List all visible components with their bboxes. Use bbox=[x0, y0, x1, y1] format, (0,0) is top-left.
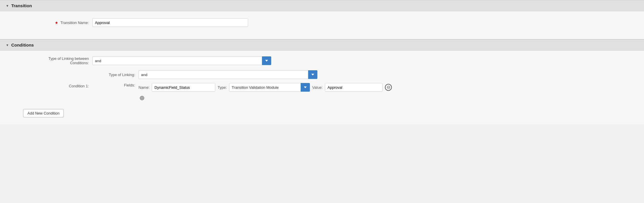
conditions-section-title: Conditions bbox=[11, 43, 34, 47]
field-value-input[interactable] bbox=[325, 83, 383, 92]
condition1-linking-select[interactable]: and or bbox=[138, 70, 317, 79]
fields-container: Name: Type: Transition Validation Module… bbox=[138, 83, 392, 102]
add-new-condition-button[interactable]: Add New Condition bbox=[23, 109, 64, 117]
remove-field-button[interactable]: ⊖ bbox=[385, 84, 392, 91]
add-condition-container: Add New Condition bbox=[12, 106, 632, 117]
linking-type-select-wrapper: and or bbox=[92, 56, 271, 65]
conditions-chevron-icon[interactable]: ▼ bbox=[6, 43, 9, 47]
condition1-linking-row: Type of Linking: and or bbox=[92, 70, 392, 79]
field-type-label: Type: bbox=[218, 85, 227, 90]
field-type-select[interactable]: Transition Validation Module bbox=[229, 83, 310, 92]
condition1-linking-select-wrapper: and or bbox=[138, 70, 317, 79]
transition-name-label: ★ Transition Name: bbox=[12, 21, 92, 25]
transition-section-title: Transition bbox=[11, 3, 32, 8]
linking-type-row: Type of Linking between Conditions: and … bbox=[12, 56, 632, 65]
condition1-type-of-linking-label: Type of Linking: bbox=[92, 73, 138, 77]
conditions-section-header: ▼ Conditions bbox=[0, 39, 644, 51]
fields-label: Fields: bbox=[92, 83, 138, 87]
required-star: ★ bbox=[55, 21, 58, 25]
transition-section-body: ★ Transition Name: bbox=[0, 11, 644, 39]
condition1-row: Condition 1: Type of Linking: and or bbox=[12, 70, 632, 102]
linking-type-select[interactable]: and or bbox=[92, 56, 271, 65]
transition-name-row: ★ Transition Name: bbox=[12, 18, 632, 27]
conditions-section-body: Type of Linking between Conditions: and … bbox=[0, 51, 644, 124]
transition-name-input[interactable] bbox=[92, 18, 248, 27]
add-field-button[interactable]: ⊕ bbox=[138, 95, 145, 102]
condition1-label: Condition 1: bbox=[12, 84, 92, 88]
field-value-label: Value: bbox=[312, 85, 323, 90]
add-field-row: ⊕ bbox=[138, 95, 392, 102]
field-name-input[interactable] bbox=[152, 83, 215, 92]
transition-section-header: ▼ Transition bbox=[0, 0, 644, 11]
field-type-select-wrapper: Transition Validation Module bbox=[229, 83, 310, 92]
condition1-body: Type of Linking: and or Fields: bbox=[92, 70, 392, 102]
field-row-1: Name: Type: Transition Validation Module… bbox=[138, 83, 392, 92]
field-name-label: Name: bbox=[138, 85, 149, 90]
page-wrapper: ▼ Transition ★ Transition Name: ▼ Condit… bbox=[0, 0, 644, 203]
fields-label-row: Fields: Name: Type: Transition Validatio… bbox=[92, 83, 392, 102]
transition-chevron-icon[interactable]: ▼ bbox=[6, 4, 9, 8]
linking-type-label: Type of Linking between Conditions: bbox=[12, 56, 92, 65]
